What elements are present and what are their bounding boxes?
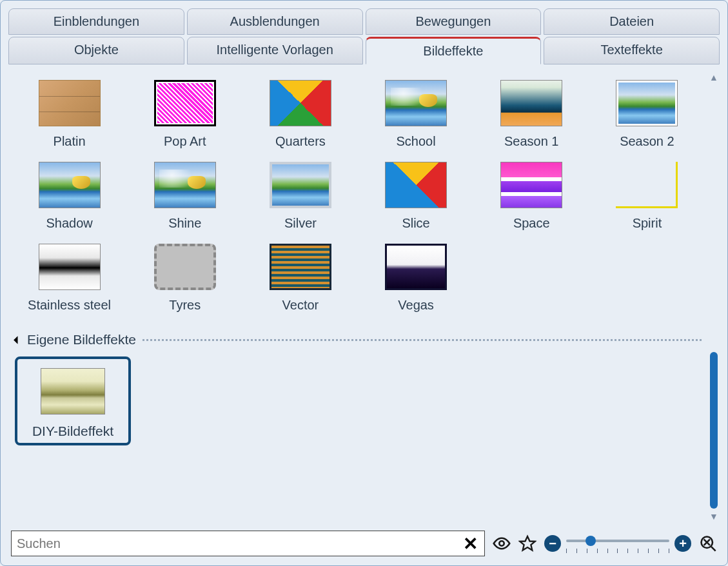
effect-thumbnail — [385, 162, 447, 208]
effect-item[interactable]: Shine — [130, 162, 239, 231]
effect-thumbnail — [154, 244, 216, 290]
effect-label: Pop Art — [164, 134, 206, 149]
zoom-in-button[interactable]: + — [674, 535, 691, 552]
effect-label: Season 1 — [504, 134, 559, 149]
effect-thumbnail — [154, 80, 216, 126]
effect-thumbnail — [385, 80, 447, 126]
search-box[interactable]: ✕ — [11, 531, 485, 556]
effect-thumbnail — [41, 368, 105, 415]
svg-point-0 — [499, 541, 504, 545]
tab-dateien[interactable]: Dateien — [544, 8, 720, 35]
effect-label: Stainless steel — [28, 298, 111, 313]
scroll-area[interactable]: PlatinPop ArtQuartersSchoolSeason 1Seaso… — [8, 67, 708, 527]
effect-item[interactable]: Platin — [15, 80, 124, 149]
tabs-row-2: ObjekteIntelligente VorlagenBildeffekteT… — [8, 37, 720, 64]
clear-search-icon[interactable]: ✕ — [460, 533, 480, 554]
effect-item[interactable]: Stainless steel — [15, 244, 124, 313]
effect-label: Quarters — [275, 134, 326, 149]
effect-thumbnail — [500, 80, 562, 126]
effect-label: Slice — [402, 216, 429, 231]
scrollbar-track[interactable] — [710, 85, 718, 509]
effects-grid: PlatinPop ArtQuartersSchoolSeason 1Seaso… — [15, 80, 702, 313]
vertical-scrollbar[interactable]: ▲ ▼ — [708, 67, 720, 527]
custom-effects-grid: DIY-Bildeffekt — [15, 356, 702, 445]
tab-bildeffekte[interactable]: Bildeffekte — [366, 37, 542, 64]
tabs-row-1: EinblendungenAusblendungenBewegungenDate… — [8, 8, 720, 35]
slider-ticks — [566, 549, 669, 553]
effect-label: Vegas — [398, 298, 434, 313]
section-divider — [143, 339, 702, 341]
effect-item[interactable]: Tyres — [130, 244, 239, 313]
collapse-arrow-icon — [14, 336, 22, 344]
effect-label: Space — [513, 216, 550, 231]
effect-label: Season 2 — [620, 134, 674, 149]
custom-section-title: Eigene Bildeffekte — [27, 332, 136, 347]
svg-marker-1 — [520, 536, 535, 551]
effect-thumbnail — [39, 80, 101, 126]
effect-label: Platin — [54, 134, 86, 149]
slider-thumb[interactable] — [585, 536, 596, 546]
effect-thumbnail — [154, 162, 216, 208]
effect-thumbnail — [39, 162, 101, 208]
effect-thumbnail — [270, 80, 331, 126]
effect-item[interactable]: Season 2 — [593, 80, 702, 149]
effect-label: Shine — [168, 216, 201, 231]
effect-thumbnail — [270, 244, 331, 290]
tab-einblendungen[interactable]: Einblendungen — [8, 8, 184, 35]
effect-label: Spirit — [633, 216, 662, 231]
effect-thumbnail — [39, 244, 101, 290]
scroll-down-icon[interactable]: ▼ — [709, 511, 718, 522]
effect-item[interactable]: Vector — [246, 244, 355, 313]
effect-label: School — [397, 134, 436, 149]
effect-item[interactable]: Space — [477, 162, 586, 231]
favorite-star-icon[interactable] — [518, 534, 536, 552]
bottom-toolbar: ✕ − + — [8, 527, 720, 558]
effect-item[interactable]: Slice — [362, 162, 471, 231]
tab-texteffekte[interactable]: Texteffekte — [544, 37, 720, 64]
effect-label: DIY-Bildeffekt — [32, 424, 113, 439]
effect-item[interactable]: Season 1 — [477, 80, 586, 149]
effect-item[interactable]: Spirit — [593, 162, 702, 231]
effect-label: Tyres — [169, 298, 201, 313]
search-input[interactable] — [17, 536, 460, 551]
effect-item[interactable]: School — [362, 80, 471, 149]
effect-label: Shadow — [46, 216, 92, 231]
scroll-up-icon[interactable]: ▲ — [709, 72, 718, 83]
slider-track — [566, 540, 669, 542]
custom-section-header[interactable]: Eigene Bildeffekte — [15, 332, 702, 347]
effect-thumbnail — [500, 162, 562, 208]
effect-item[interactable]: Quarters — [246, 80, 355, 149]
effect-thumbnail — [385, 244, 447, 290]
effect-item[interactable]: Shadow — [15, 162, 124, 231]
tab-ausblendungen[interactable]: Ausblendungen — [187, 8, 363, 35]
effect-thumbnail — [616, 162, 678, 208]
effect-item[interactable]: Vegas — [362, 244, 471, 313]
tab-objekte[interactable]: Objekte — [8, 37, 184, 64]
effect-label: Silver — [284, 216, 317, 231]
effect-thumbnail — [270, 162, 331, 208]
effect-label: Vector — [282, 298, 319, 313]
effect-item[interactable]: Pop Art — [130, 80, 239, 149]
custom-effect-item[interactable]: DIY-Bildeffekt — [15, 356, 131, 445]
content-area: PlatinPop ArtQuartersSchoolSeason 1Seaso… — [8, 67, 720, 527]
tab-intelligente-vorlagen[interactable]: Intelligente Vorlagen — [187, 37, 363, 64]
preview-eye-icon[interactable] — [493, 534, 511, 552]
svg-line-3 — [711, 547, 716, 551]
scrollbar-thumb[interactable] — [710, 352, 718, 509]
tab-bewegungen[interactable]: Bewegungen — [366, 8, 542, 35]
zoom-out-button[interactable]: − — [544, 535, 561, 552]
effect-item[interactable]: Silver — [246, 162, 355, 231]
zoom-slider[interactable] — [566, 534, 669, 553]
reset-zoom-icon[interactable] — [699, 534, 717, 552]
effects-panel: EinblendungenAusblendungenBewegungenDate… — [0, 0, 728, 566]
zoom-slider-group: − + — [544, 534, 691, 553]
effect-thumbnail — [616, 80, 678, 126]
